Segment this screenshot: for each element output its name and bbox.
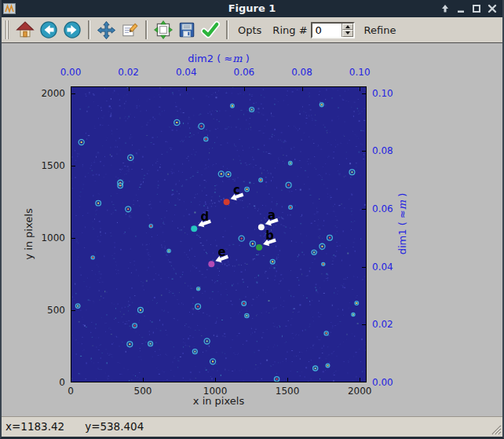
plot-image[interactable] [71,86,367,382]
y-tick-label: 0 [30,377,65,388]
x-tick-label: 1500 [276,386,300,397]
toolbar: Opts Ring # 0 Refine [0,17,504,43]
window-title: Figure 1 [0,0,504,17]
back-arrow-icon [39,20,58,39]
cursor-x-value: x=1183.42 [5,420,64,433]
right-tick-label: 0.06 [372,203,393,214]
shade-icon[interactable] [438,2,452,16]
back-button[interactable] [38,19,60,41]
home-button[interactable] [14,19,36,41]
spin-up-icon [345,25,350,28]
edit-pencil-icon [120,20,139,39]
plot-region: dim2 ( ≈m ) x in pixels y in pixels dim1… [0,42,504,416]
right-tick-label: 0.00 [372,377,393,388]
save-button[interactable] [176,19,198,41]
point-label-e: e [217,247,225,258]
statusbar: x=1183.42y=538.404 [0,416,504,437]
spinner-buttons [341,24,353,37]
point-label-c: c [233,185,240,196]
cursor-coordinates: x=1183.42y=538.404 [5,420,164,433]
top-tick-label: 0.06 [234,67,255,78]
toolbar-grip[interactable] [4,20,10,39]
spin-up-button[interactable] [342,24,353,31]
cursor-y-value: y=538.404 [85,420,144,433]
top-tick-label: 0.08 [291,67,312,78]
top-axis-title: dim2 ( ≈m ) [71,53,367,65]
top-tick-label: 0.02 [118,67,139,78]
right-tick-label: 0.08 [372,145,393,156]
spin-down-icon [345,31,350,35]
figure-window: Figure 1 [0,0,504,439]
top-tick-label: 0.00 [60,67,82,78]
home-icon [16,20,35,39]
right-tick-label: 0.04 [372,262,393,273]
x-tick-label: 500 [134,386,152,397]
window-controls [438,0,499,17]
point-label-b: b [265,230,274,242]
toolbar-separator [145,20,148,39]
refine-button[interactable]: Refine [364,24,396,36]
forward-button[interactable] [61,19,83,41]
minimize-icon[interactable] [454,2,468,16]
right-tick-label: 0.10 [372,88,393,99]
maximize-icon[interactable] [469,2,484,16]
save-floppy-icon [177,20,196,39]
opts-button[interactable]: Opts [238,24,261,36]
apply-button[interactable] [199,19,221,41]
top-tick-label: 0.10 [349,67,371,78]
top-tick-label: 0.04 [176,67,197,78]
spin-down-button[interactable] [342,30,353,37]
x-tick-label: 0 [68,386,74,397]
right-axis-title: dim1 ( ≈m ) [396,177,409,271]
forward-arrow-icon [63,20,82,39]
pan-move-icon [97,20,116,40]
x-tick-label: 2000 [348,386,372,397]
ring-number-spinbox[interactable]: 0 [311,22,355,38]
close-icon[interactable] [485,2,499,16]
y-tick-label: 1000 [30,232,65,243]
pan-button[interactable] [95,19,117,41]
resize-grip[interactable] [490,423,502,435]
customize-button[interactable] [119,19,141,41]
y-tick-label: 500 [30,305,65,316]
check-icon [201,20,220,39]
x-tick-label: 1000 [203,386,228,397]
toolbar-separator [88,20,90,39]
titlebar: Figure 1 [0,0,504,17]
point-label-d: d [200,211,209,223]
configure-subplots-icon [154,20,173,39]
point-label-a: a [268,210,276,221]
ring-number-label: Ring # [272,24,307,36]
y-tick-label: 1500 [30,160,65,171]
y-tick-label: 2000 [30,88,65,99]
configure-subplots-button[interactable] [152,19,174,41]
x-axis-title: x in pixels [71,395,367,408]
toolbar-separator [226,20,228,39]
right-tick-label: 0.02 [372,319,393,330]
ring-number-value[interactable]: 0 [312,24,341,37]
